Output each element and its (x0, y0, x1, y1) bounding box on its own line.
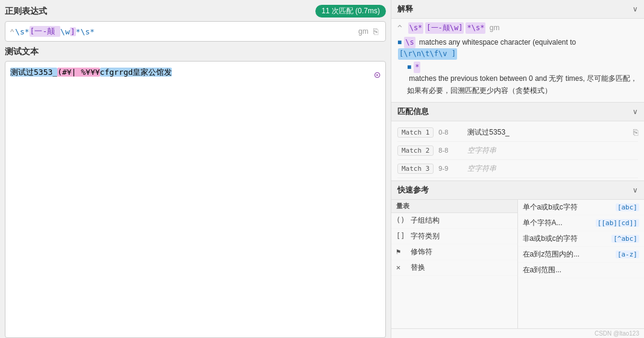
exp-line-2: ■ * matches the previous token between 0… (397, 62, 638, 97)
exp-regex-display-line: ^ \s* [一-颠\w] *\s* gm (397, 22, 638, 35)
qr-symbol-replace: ✕ (396, 263, 411, 272)
quickref-title: 快速参考 (397, 185, 429, 196)
regex-section-header: 正则表达式 11 次匹配 (0.7ms) (5, 5, 386, 18)
regex-title: 正则表达式 (5, 6, 47, 17)
explanation-section: 解释 ∨ ^ \s* [一-颠\w] *\s* gm ■ \s (391, 0, 644, 103)
quickref-left-column: 量表 () 子组结构 [] 字符类别 ⚑ 修饰符 (391, 200, 518, 328)
test-text-icon[interactable]: ⊙ (374, 66, 380, 84)
regex-content: \s* [一-颠 \w ] *\s* (15, 26, 355, 37)
regex-token-slash-w: \w (60, 27, 70, 36)
exp-token-star2: * (414, 62, 420, 73)
qr-right-row-5[interactable]: 在a到范围... (518, 263, 645, 278)
match-range-3: 9-9 (438, 165, 462, 172)
match-info-chevron: ∨ (633, 107, 638, 116)
regex-token-bracket-open: [一-颠 (30, 26, 60, 37)
match-label-2: Match 2 (397, 145, 434, 156)
qr-right-example-3: [^abc] (611, 235, 639, 243)
exp-highlight-1: [\r\n\t\f\v ] (398, 48, 457, 60)
qr-right-row-4[interactable]: 在a到z范围内的... [a-z] (518, 247, 645, 263)
match-row-2: Match 2 8-8 空字符串 (397, 142, 638, 160)
quickref-header[interactable]: 快速参考 ∨ (391, 181, 644, 200)
match-info-section: 匹配信息 ∨ Match 1 0-8 测试过5353_ ⎘ Match 2 8-… (391, 103, 644, 181)
regex-flags: gm (358, 27, 368, 36)
quickref-left-header: 量表 (391, 200, 517, 213)
qr-symbol-brackets: [] (396, 232, 411, 240)
qr-row-brackets[interactable]: [] 字符类别 (391, 229, 517, 244)
match-label-1: Match 1 (397, 127, 434, 138)
quickref-section: 快速参考 ∨ 量表 () 子组结构 [] 字符类别 (391, 181, 644, 329)
match-highlight-2: (#¥| %¥¥¥ (57, 68, 99, 77)
match-info-title: 匹配信息 (397, 106, 429, 117)
match-value-2: 空字符串 (467, 145, 496, 156)
qr-right-row-1[interactable]: 单个a或b或c字符 [abc] (518, 200, 645, 215)
match-range-2: 8-8 (438, 147, 462, 154)
exp-bullet-2: ■ (407, 62, 411, 73)
match-info-header[interactable]: 匹配信息 ∨ (391, 103, 644, 121)
exp-caret: ^ (397, 22, 407, 35)
quickref-right-column: 单个a或b或c字符 [abc] 单个字符A... [[ab][cd]] 非a或b… (518, 200, 645, 328)
qr-right-label-5: 在a到范围... (523, 265, 562, 275)
qr-symbol-flag: ⚑ (396, 247, 411, 256)
quickref-body: 量表 () 子组结构 [] 字符类别 ⚑ 修饰符 (391, 200, 644, 328)
regex-token-bracket-close: ] (70, 27, 76, 36)
match-copy-button[interactable]: ⎘ (633, 127, 638, 137)
main-container: 正则表达式 11 次匹配 (0.7ms) ^ \s* [一-颠 \w ] *\s… (0, 0, 644, 338)
match-row-3: Match 3 9-9 空字符串 (397, 160, 638, 178)
exp-token-s2: \s (404, 37, 415, 48)
test-text-label: 测试文本 (5, 46, 386, 57)
exp-token-bracket: [一-颠\w] (425, 22, 464, 34)
left-panel: 正则表达式 11 次匹配 (0.7ms) ^ \s* [一-颠 \w ] *\s… (0, 0, 391, 338)
match-badge: 11 次匹配 (0.7ms) (315, 5, 386, 18)
match-label-3: Match 3 (397, 164, 434, 174)
regex-copy-button[interactable]: ⎘ (371, 25, 380, 37)
match-value-3: 空字符串 (467, 164, 496, 174)
match-info-body: Match 1 0-8 测试过5353_ ⎘ Match 2 8-8 空字符串 … (391, 121, 644, 180)
test-text-box[interactable]: 测试过5353_(#¥| %¥¥¥cfgrrgd皇家公馆发 ⊙ (5, 61, 386, 338)
qr-row-flag[interactable]: ⚑ 修饰符 (391, 244, 517, 260)
qr-right-label-3: 非a或b或c的字符 (523, 234, 578, 244)
exp-token-star: *\s* (466, 22, 485, 34)
test-text-content: 测试过5353_(#¥| %¥¥¥cfgrrgd皇家公馆发 (10, 68, 172, 77)
qr-label-flag: 修饰符 (411, 247, 432, 257)
right-panel-scroll[interactable]: 解释 ∨ ^ \s* [一-颠\w] *\s* gm ■ \s (391, 0, 644, 329)
exp-bullet-1: ■ (397, 37, 402, 48)
match-row-1: Match 1 0-8 测试过5353_ ⎘ (397, 124, 638, 142)
qr-right-row-3[interactable]: 非a或b或c的字符 [^abc] (518, 231, 645, 247)
regex-token-star-s: *\s* (76, 27, 95, 36)
explanation-body: ^ \s* [一-颠\w] *\s* gm ■ \s matches any w… (391, 19, 644, 102)
exp-token-slash-s: \s* (408, 22, 424, 34)
watermark: CSDN @ltao123 (391, 329, 644, 338)
qr-right-row-2[interactable]: 单个字符A... [[ab][cd]] (518, 215, 645, 231)
qr-row-parens[interactable]: () 子组结构 (391, 213, 517, 229)
exp-text-2: matches the previous token between 0 and… (407, 73, 638, 96)
qr-right-example-4: [a-z] (616, 250, 639, 258)
qr-right-label-1: 单个a或b或c字符 (523, 202, 578, 212)
right-panel: 解释 ∨ ^ \s* [一-颠\w] *\s* gm ■ \s (391, 0, 644, 338)
qr-symbol-parens: () (396, 216, 411, 225)
qr-right-label-4: 在a到z范围内的... (523, 249, 580, 260)
explanation-title: 解释 (397, 4, 413, 14)
exp-text-1: matches any whitespace character (equiva… (417, 37, 578, 48)
match-highlight-3: cfgrrgd皇家公馆发 (100, 68, 172, 77)
qr-right-label-2: 单个字符A... (523, 218, 563, 228)
match-value-1: 测试过5353_ (467, 127, 509, 138)
regex-start-delimiter: ^ (10, 27, 14, 36)
match-highlight-1: 测试过5353_ (10, 68, 57, 77)
explanation-header[interactable]: 解释 ∨ (391, 0, 644, 19)
regex-box[interactable]: ^ \s* [一-颠 \w ] *\s* gm ⎘ (5, 21, 386, 42)
regex-token-slash-s: \s* (15, 27, 29, 36)
quickref-chevron: ∨ (633, 186, 638, 194)
qr-label-brackets: 字符类别 (411, 231, 440, 241)
qr-label-replace: 替换 (411, 263, 425, 273)
match-range-1: 0-8 (438, 129, 462, 136)
qr-label-parens: 子组结构 (411, 215, 440, 226)
exp-flags: gm (487, 22, 499, 34)
qr-right-example-2: [[ab][cd]] (596, 219, 639, 227)
qr-row-replace[interactable]: ✕ 替换 (391, 260, 517, 276)
qr-right-example-1: [abc] (616, 203, 639, 211)
explanation-chevron: ∨ (633, 5, 638, 13)
exp-line-1: ■ \s matches any whitespace character (e… (397, 37, 638, 60)
